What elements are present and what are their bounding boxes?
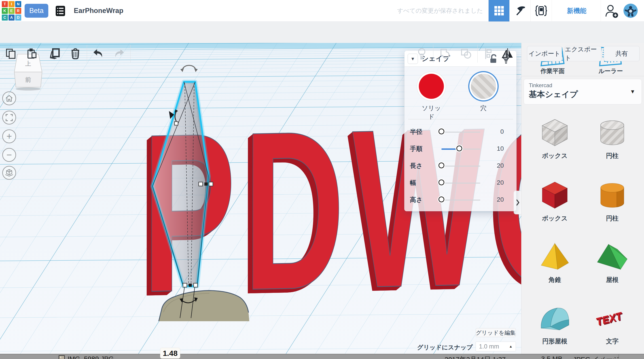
background-file-row: IMG_5989.JPG 2017年2月14日 1:37 3.5 MB JPEG… xyxy=(0,354,644,359)
share-button[interactable]: 共有 xyxy=(604,46,640,61)
shape-item-text[interactable]: TEXT TEXT TEXT 文字 xyxy=(591,302,634,346)
mirror-button[interactable] xyxy=(500,46,516,62)
shape-label: 円柱 xyxy=(591,152,634,160)
sidebar-divider xyxy=(522,76,644,76)
align-button[interactable] xyxy=(482,46,497,62)
logo-cell: A xyxy=(8,14,14,20)
caret-up-icon: ▲ xyxy=(509,342,512,351)
shape-label: 円形屋根 xyxy=(534,337,576,346)
delete-button[interactable] xyxy=(68,46,83,62)
tinkercad-logo[interactable]: T I N K E R C A D xyxy=(2,1,22,20)
shape-item-roof[interactable]: 屋根 xyxy=(591,240,634,284)
toolbar-separator xyxy=(87,45,87,62)
viewcube-front-label: 前 xyxy=(25,76,31,83)
slider-track[interactable] xyxy=(442,132,480,132)
slider-row-length: 長さ 20 xyxy=(404,162,516,170)
shape-item-cylinder-hole[interactable]: 円柱 xyxy=(591,116,634,160)
snap-grid-value: 1.0 mm xyxy=(479,343,499,350)
ungroup-button[interactable] xyxy=(458,46,474,62)
app-header: T I N K E R C A D Beta EarPhoneWrap すべての… xyxy=(0,0,644,22)
code-blocks-button[interactable] xyxy=(530,0,552,22)
shape-library-sidebar: 作業平面 ルーラー Tinkercad 基本シェイプ ▼ ボックス 円柱 ボック… xyxy=(521,43,644,359)
slider-track[interactable] xyxy=(442,183,480,184)
shape-label: 文字 xyxy=(591,337,634,346)
scanned-mesh-object[interactable] xyxy=(159,290,249,321)
snap-grid-select[interactable]: 1.0 mm ▲ xyxy=(476,342,516,352)
new-features-link[interactable]: 新機能 xyxy=(558,0,596,22)
slider-value: 20 xyxy=(482,179,504,186)
design-list-icon[interactable] xyxy=(56,6,65,16)
ruler-label: ルーラー xyxy=(592,67,630,75)
edit-toolbar: インポート エクスポート 共有 xyxy=(0,22,644,43)
logo-cell: T xyxy=(2,1,8,7)
invite-user-icon[interactable] xyxy=(604,4,619,18)
logo-cell: R xyxy=(15,8,21,14)
shape-label: ボックス xyxy=(534,152,576,160)
library-brand: Tinkercad xyxy=(529,82,552,88)
shape-item-pyramid[interactable]: 角錐 xyxy=(534,240,576,284)
shape-item-box-hole[interactable]: ボックス xyxy=(534,116,576,160)
hole-label: 穴 xyxy=(471,104,496,112)
hole-material-swatch[interactable] xyxy=(471,74,496,99)
solid-label: ソリッド xyxy=(419,104,444,121)
slider-track[interactable] xyxy=(442,200,480,200)
dimension-value-label: 1.48 xyxy=(160,348,180,358)
save-status: すべての変更が保存されました xyxy=(380,0,483,22)
library-dropdown[interactable]: Tinkercad 基本シェイプ ▼ xyxy=(524,79,642,104)
shape-item-box-red[interactable]: ボックス xyxy=(534,179,576,223)
dashboard-grid-button[interactable] xyxy=(488,0,510,22)
library-name: 基本シェイプ xyxy=(529,89,578,100)
slider-value: 20 xyxy=(482,196,504,203)
import-button[interactable]: インポート xyxy=(527,46,562,61)
zoom-in-button[interactable]: + xyxy=(2,130,16,143)
rotate-handle[interactable] xyxy=(180,65,198,72)
file-size: 3.5 MB xyxy=(541,355,562,359)
zoom-out-button[interactable]: − xyxy=(2,148,16,162)
logo-cell: C xyxy=(2,14,8,20)
logo-cell: D xyxy=(15,14,21,20)
user-avatar[interactable] xyxy=(624,4,638,18)
perspective-toggle-button[interactable] xyxy=(2,166,16,180)
show-all-button[interactable] xyxy=(414,46,430,62)
beta-badge[interactable]: Beta xyxy=(24,4,48,18)
shape-label: 円柱 xyxy=(591,214,634,223)
undo-button[interactable] xyxy=(90,46,106,62)
logo-cell: K xyxy=(2,8,8,14)
copy-button[interactable] xyxy=(3,46,19,62)
shape-label: 屋根 xyxy=(591,276,634,284)
slider-label: 手順 xyxy=(410,145,422,153)
export-button[interactable]: エクスポート xyxy=(564,46,601,61)
shape-item-round-roof[interactable]: 円形屋根 xyxy=(534,302,576,346)
edit-grid-button[interactable]: グリッドを編集 xyxy=(476,328,516,337)
3d-viewport[interactable]: PDWO xyxy=(0,43,521,359)
slider-knob[interactable] xyxy=(438,128,444,134)
paste-button[interactable] xyxy=(24,46,40,62)
slider-knob[interactable] xyxy=(456,146,462,151)
fit-view-button[interactable] xyxy=(2,111,16,124)
slider-row-width: 幅 20 xyxy=(404,178,516,188)
slider-knob[interactable] xyxy=(438,196,444,202)
redo-button[interactable] xyxy=(111,46,127,62)
solid-material-swatch[interactable] xyxy=(419,74,444,99)
group-button[interactable] xyxy=(438,46,453,62)
minecraft-pickaxe-button[interactable] xyxy=(510,0,531,22)
shape-label: 角錐 xyxy=(534,276,576,284)
slider-row-height: 高さ 20 xyxy=(404,196,516,204)
slider-row-radius: 半径 0 xyxy=(404,128,516,136)
shape-item-cylinder-orange[interactable]: 円柱 xyxy=(591,179,634,223)
logo-cell: N xyxy=(15,1,21,7)
slider-track[interactable] xyxy=(442,166,480,166)
snap-grid-label: グリッドにスナップ xyxy=(406,343,473,352)
slider-row-steps: 手順 10 xyxy=(404,145,516,154)
design-title[interactable]: EarPhoneWrap xyxy=(74,0,124,22)
slider-label: 高さ xyxy=(410,196,422,204)
slider-knob[interactable] xyxy=(438,180,444,185)
home-view-button[interactable] xyxy=(2,92,16,105)
shape-inspector-panel: ▼ シェイプ ソリッド 穴 半径 0 手順 10 長さ xyxy=(404,50,516,211)
shape-label: ボックス xyxy=(534,214,576,223)
chevron-down-icon: ▼ xyxy=(630,88,635,95)
slider-label: 長さ xyxy=(410,162,422,170)
duplicate-button[interactable] xyxy=(46,46,62,62)
slider-knob[interactable] xyxy=(438,162,444,168)
file-thumbnail-icon xyxy=(58,355,65,359)
